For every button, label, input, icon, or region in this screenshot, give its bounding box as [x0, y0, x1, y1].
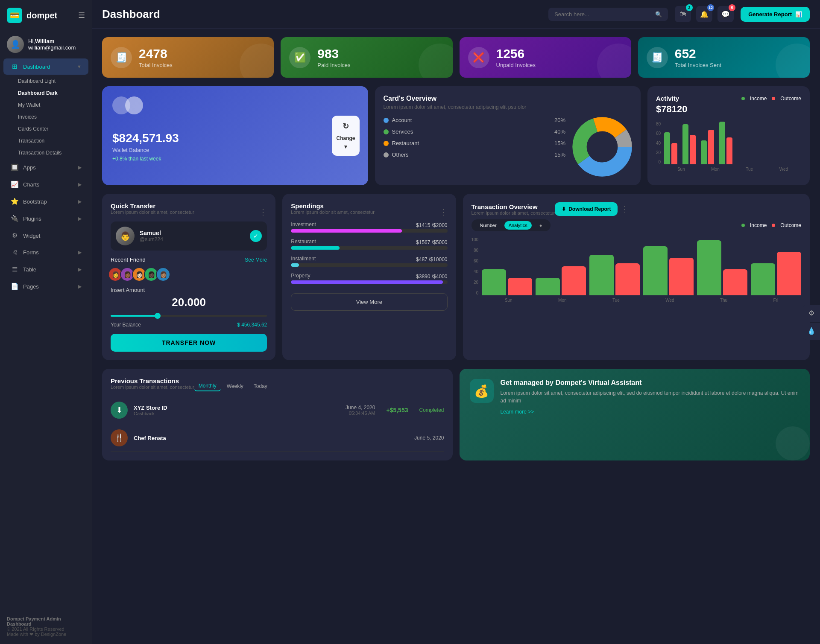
- water-drop-float-btn[interactable]: 💧: [803, 323, 820, 340]
- outcome-bar-tx-fri: [777, 252, 801, 295]
- bar-group-mon: [682, 124, 696, 164]
- wallet-growth: +0.8% than last week: [112, 156, 358, 162]
- tx-info-chef: Chef Renata: [134, 435, 166, 441]
- friend-details: Samuel @sum224: [140, 230, 163, 242]
- sidebar-item-bootstrap[interactable]: ⭐ Bootstrap ▶: [3, 193, 88, 210]
- income-bar-sun: [664, 132, 670, 164]
- sidebar-item-pages[interactable]: 📄 Pages ▶: [3, 278, 88, 294]
- tab-monthly[interactable]: Monthly: [194, 381, 221, 391]
- transfer-now-button[interactable]: TRANSFER NOW: [111, 334, 267, 352]
- tab-weekly[interactable]: Weekly: [223, 381, 248, 391]
- sidebar-item-apps[interactable]: 🔲 Apps ▶: [3, 159, 88, 175]
- bag-icon-btn[interactable]: 🛍 2: [675, 6, 691, 22]
- apps-icon: 🔲: [10, 163, 19, 171]
- spending-fill-restaurant: [291, 246, 340, 250]
- toggle-analytics[interactable]: Analytics: [504, 221, 532, 230]
- sidebar-item-dashboard[interactable]: ⊞ Dashboard ▼: [3, 58, 88, 75]
- sidebar-sub-cards-center[interactable]: Cards Center: [0, 123, 92, 135]
- sidebar-item-widget[interactable]: ⚙ Widget: [3, 227, 88, 244]
- unpaid-invoices-num: 1256: [496, 47, 536, 61]
- tab-today[interactable]: Today: [249, 381, 272, 391]
- legend-restaurant: Restaurant 15%: [384, 140, 566, 146]
- qt-header: Quick Transfer Lorem ipsum dolor sit ame…: [111, 202, 267, 221]
- toggle-number[interactable]: Number: [476, 221, 501, 230]
- settings-float-btn[interactable]: ⚙: [803, 305, 820, 322]
- spending-restaurant: Restaurant $1567 /$5000: [291, 239, 447, 250]
- outcome-bar-tx-wed: [669, 258, 694, 295]
- tx-icon-xyz: ⬇: [111, 402, 128, 419]
- generate-report-button[interactable]: Generate Report 📊: [741, 7, 810, 22]
- va-learn-more-link[interactable]: Learn more >>: [501, 409, 800, 415]
- slider-fill: [111, 315, 158, 317]
- toggle-dot[interactable]: ●: [535, 221, 547, 230]
- tx-overview-desc: Lorem ipsum dolor sit amet, consectetur: [472, 210, 555, 216]
- main-content: Dashboard 🔍 🛍 2 🔔 12 💬 5 Generate Report…: [92, 0, 820, 644]
- paid-invoices-num: 983: [317, 47, 350, 61]
- outcome-dot-tx: [772, 224, 775, 227]
- sidebar-sub-dashboard-dark[interactable]: Dashboard Dark: [0, 87, 92, 99]
- legend-others: Others 15%: [384, 152, 566, 158]
- view-more-button[interactable]: View More: [291, 293, 447, 311]
- hamburger-icon[interactable]: ☰: [78, 11, 85, 20]
- tx-legend: Number Analytics ● Income Outcome: [472, 219, 802, 231]
- spending-bar-restaurant: [291, 246, 447, 250]
- header-icons: 🛍 2 🔔 12 💬 5: [675, 6, 734, 22]
- sidebar-sub-my-wallet[interactable]: My Wallet: [0, 99, 92, 111]
- income-bar-tx-mon: [536, 278, 560, 295]
- logo-text: dompet: [26, 11, 57, 20]
- mid-row: $824,571.93 Wallet Balance +0.8% than la…: [102, 86, 810, 185]
- search-box[interactable]: 🔍: [548, 8, 668, 21]
- sidebar-item-charts[interactable]: 📈 Charts ▶: [3, 176, 88, 192]
- sidebar-sub-dashboard-light[interactable]: Dashboard Light: [0, 75, 92, 87]
- legend-pct-restaurant: 15%: [554, 140, 565, 146]
- bell-icon-btn[interactable]: 🔔 12: [696, 6, 712, 22]
- change-button[interactable]: ↻ Change ▼: [332, 116, 359, 156]
- page-title: Dashboard: [102, 8, 542, 21]
- friend-avatar-5[interactable]: 👩🏽: [156, 267, 170, 282]
- total-invoices-icon: 🧾: [111, 47, 132, 68]
- chevron-right-icon: ▶: [78, 250, 82, 255]
- slider-thumb: [155, 313, 161, 319]
- dots-menu-tx[interactable]: ⋮: [621, 204, 629, 214]
- chat-icon-btn[interactable]: 💬 5: [718, 6, 734, 22]
- paid-invoices-info: 983 Paid Invoices: [317, 47, 350, 68]
- total-sent-label: Total Invoices Sent: [675, 62, 721, 68]
- bar-group-tx-thu: [697, 240, 747, 295]
- sidebar-item-plugins[interactable]: 🔌 Plugins ▶: [3, 210, 88, 227]
- bar-group-tx-mon: [536, 266, 586, 295]
- sidebar-item-table[interactable]: ☰ Table ▶: [3, 261, 88, 277]
- total-invoices-num: 2478: [139, 47, 173, 61]
- legend-dot-others: [384, 152, 389, 157]
- sidebar-item-forms[interactable]: 🖨 Forms ▶: [3, 245, 88, 260]
- content-area: 🧾 2478 Total Invoices ✅ 983 Paid Invoice…: [92, 29, 820, 644]
- activity-card: Activity Income Outcome $78120 806040200: [647, 86, 810, 185]
- wallet-card: $824,571.93 Wallet Balance +0.8% than la…: [102, 86, 368, 185]
- total-invoices-info: 2478 Total Invoices: [139, 47, 173, 68]
- chevron-right-icon: ▶: [78, 284, 82, 289]
- sidebar-sub-invoices[interactable]: Invoices: [0, 111, 92, 123]
- tx-type-xyz: Cashback: [134, 411, 167, 416]
- tx-time-xyz: 05:34:45 AM: [346, 411, 375, 416]
- table-icon: ☰: [10, 265, 19, 273]
- va-title: Get managed by Dompet's Virtual Assistan…: [501, 379, 800, 387]
- bootstrap-icon: ⭐: [10, 198, 19, 205]
- sidebar: 💳 dompet ☰ 👤 Hi,William william@gmail.co…: [0, 0, 92, 644]
- legend-list: Account 20% Services 40% Restaurant 15%: [384, 117, 566, 177]
- activity-amount: $78120: [656, 104, 801, 115]
- sidebar-sub-transaction[interactable]: Transaction: [0, 135, 92, 147]
- see-more-link[interactable]: See More: [245, 257, 267, 263]
- sidebar-sub-transaction-details[interactable]: Transaction Details: [0, 147, 92, 159]
- income-dot-tx: [741, 224, 745, 227]
- prev-tx-title-area: Previous Transactions Lorem ipsum dolor …: [111, 377, 194, 395]
- spendings-desc: Lorem ipsum dolor sit amet, consectetur: [291, 210, 375, 215]
- chevron-down-icon: ▼: [77, 64, 82, 69]
- amount-slider[interactable]: [111, 315, 267, 317]
- refresh-icon: ↻: [343, 122, 349, 131]
- dots-menu-spendings[interactable]: ⋮: [440, 207, 448, 217]
- insert-amount-label: Insert Amount: [111, 287, 267, 293]
- download-report-button[interactable]: ⬇ Download Report: [555, 202, 618, 216]
- income-bar-tx-fri: [751, 263, 775, 295]
- activity-legend: Income Outcome: [741, 96, 801, 102]
- dots-menu-qt[interactable]: ⋮: [259, 207, 267, 217]
- search-input[interactable]: [554, 11, 652, 17]
